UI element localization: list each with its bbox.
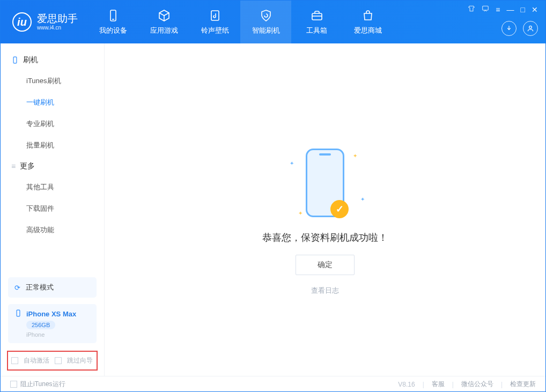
- tab-my-device[interactable]: 我的设备: [87, 1, 138, 43]
- block-itunes-label: 阻止iTunes运行: [20, 380, 65, 389]
- maximize-button[interactable]: □: [521, 5, 525, 14]
- download-button[interactable]: [501, 21, 517, 36]
- tab-label: 应用游戏: [150, 26, 178, 35]
- menu-icon[interactable]: ≡: [496, 5, 500, 14]
- svg-rect-4: [312, 13, 322, 20]
- phone-icon: [106, 9, 120, 23]
- statusbar: 阻止iTunes运行 V8.16 | 客服 | 微信公众号 | 检查更新: [1, 376, 545, 392]
- auto-activate-checkbox[interactable]: [11, 357, 18, 364]
- svg-rect-3: [211, 11, 219, 20]
- skip-guide-checkbox[interactable]: [55, 357, 62, 364]
- check-badge-icon: ✓: [330, 200, 349, 218]
- main-content: ✦✦✦✦ ✓ 恭喜您，保资料刷机成功啦！ 确定 查看日志: [105, 43, 545, 376]
- cube-icon: [157, 9, 171, 23]
- device-mode-label: 正常模式: [26, 283, 54, 292]
- tab-apps-games[interactable]: 应用游戏: [138, 1, 189, 43]
- block-itunes-checkbox[interactable]: [10, 381, 17, 388]
- sidebar-group-label: 更多: [20, 161, 35, 171]
- success-graphic: ✦✦✦✦ ✓: [282, 145, 368, 220]
- sidebar-group-more: ≡ 更多: [1, 156, 104, 176]
- skin-icon[interactable]: [468, 5, 475, 14]
- tab-label: 铃声壁纸: [201, 26, 229, 35]
- view-log-link[interactable]: 查看日志: [311, 286, 339, 295]
- sidebar-group-flash: 刷机: [1, 50, 104, 70]
- tab-toolbox[interactable]: 工具箱: [291, 1, 342, 43]
- user-button[interactable]: [523, 21, 538, 36]
- music-file-icon: [208, 9, 222, 23]
- version-label: V8.16: [398, 381, 415, 388]
- device-storage: 256GB: [26, 321, 55, 329]
- shield-refresh-icon: [259, 9, 273, 23]
- wechat-link[interactable]: 微信公众号: [461, 380, 493, 389]
- window-controls: ≡ ― □ ✕: [468, 5, 538, 14]
- device-type: iPhone: [26, 331, 45, 338]
- tab-label: 智能刷机: [252, 26, 280, 35]
- sidebar-item-onekey-flash[interactable]: 一键刷机: [1, 92, 104, 113]
- tab-store[interactable]: 爱思商城: [342, 1, 393, 43]
- sidebar-group-label: 刷机: [23, 55, 38, 65]
- customer-service-link[interactable]: 客服: [432, 380, 445, 389]
- device-card[interactable]: iPhone XS Max 256GB iPhone: [8, 304, 97, 343]
- tab-label: 爱思商城: [354, 26, 382, 35]
- device-icon: [14, 309, 22, 319]
- top-tabs: 我的设备 应用游戏 铃声壁纸 智能刷机 工具箱 爱思商城: [87, 1, 393, 43]
- sidebar-item-pro-flash[interactable]: 专业刷机: [1, 113, 104, 135]
- device-name: iPhone XS Max: [26, 310, 76, 318]
- svg-rect-8: [13, 57, 17, 63]
- logo-icon: iu: [12, 12, 32, 32]
- bag-icon: [361, 9, 375, 23]
- sidebar: 刷机 iTunes刷机 一键刷机 专业刷机 批量刷机 ≡ 更多 其他工具 下载固…: [1, 43, 105, 376]
- highlighted-options-row: 自动激活 跳过向导: [7, 351, 98, 371]
- check-update-link[interactable]: 检查更新: [510, 380, 536, 389]
- tab-label: 我的设备: [99, 26, 127, 35]
- app-title: 爱思助手: [37, 13, 78, 25]
- sidebar-item-itunes-flash[interactable]: iTunes刷机: [1, 70, 104, 92]
- minimize-button[interactable]: ―: [507, 5, 514, 14]
- feedback-icon[interactable]: [482, 5, 489, 14]
- sidebar-item-other-tools[interactable]: 其他工具: [1, 176, 104, 198]
- logo: iu 爱思助手 www.i4.cn: [1, 12, 87, 32]
- skip-guide-label: 跳过向导: [67, 356, 93, 365]
- list-icon: ≡: [11, 162, 16, 171]
- sidebar-item-advanced[interactable]: 高级功能: [1, 219, 104, 241]
- sidebar-item-batch-flash[interactable]: 批量刷机: [1, 135, 104, 156]
- tab-ringtones-wallpapers[interactable]: 铃声壁纸: [189, 1, 240, 43]
- toolbox-icon: [310, 9, 324, 23]
- svg-rect-9: [17, 310, 20, 316]
- phone-small-icon: [11, 56, 19, 64]
- svg-rect-6: [483, 6, 489, 10]
- close-button[interactable]: ✕: [532, 5, 538, 14]
- tab-label: 工具箱: [306, 26, 327, 35]
- svg-point-7: [529, 26, 532, 28]
- header: iu 爱思助手 www.i4.cn 我的设备 应用游戏 铃声壁纸 智能刷机 工具…: [1, 1, 545, 43]
- ok-button[interactable]: 确定: [296, 255, 355, 275]
- refresh-icon: ⟳: [14, 284, 20, 292]
- tab-smart-flash[interactable]: 智能刷机: [240, 1, 291, 43]
- device-mode-card[interactable]: ⟳ 正常模式: [8, 277, 97, 298]
- success-message: 恭喜您，保资料刷机成功啦！: [262, 231, 388, 244]
- app-subtitle: www.i4.cn: [37, 25, 78, 31]
- sidebar-item-download-firmware[interactable]: 下载固件: [1, 198, 104, 219]
- auto-activate-label: 自动激活: [24, 356, 49, 365]
